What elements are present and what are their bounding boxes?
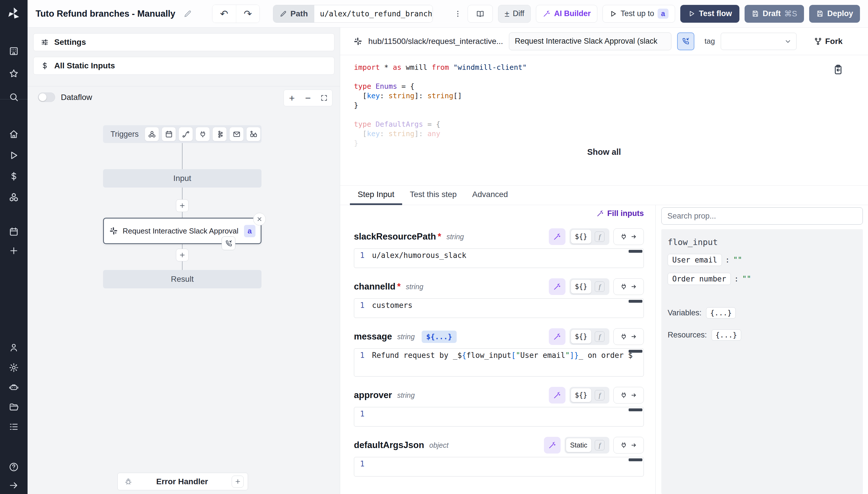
test-up-to-button[interactable]: Test up to a	[603, 5, 675, 23]
insert-step-button[interactable]	[176, 249, 189, 261]
code-input-approver[interactable]: 1	[354, 407, 644, 426]
ai-fill-button[interactable]	[549, 278, 566, 295]
test-flow-button[interactable]: Test flow	[680, 5, 739, 23]
remove-step-button[interactable]	[253, 213, 266, 226]
tab-test-this-step[interactable]: Test this step	[402, 186, 465, 205]
path-value[interactable]: u/alex/tuto_refund_branches_	[314, 5, 433, 22]
schedule-trigger-button[interactable]	[162, 127, 176, 141]
ai-fill-button[interactable]	[549, 387, 566, 403]
editor-scrollbar[interactable]	[629, 458, 643, 461]
kafka-trigger-button[interactable]	[212, 127, 227, 141]
sidebar-item-schedules[interactable]	[0, 227, 27, 237]
suspend-approval-button[interactable]	[677, 33, 694, 50]
code-input-slackResourcePath[interactable]: 1u/alex/humorous_slack	[354, 248, 644, 268]
windmill-logo[interactable]	[0, 0, 27, 27]
triggers-node[interactable]: Triggers	[103, 125, 261, 143]
zoom-out-button[interactable]: −	[300, 90, 316, 106]
function-mode-button[interactable]: f	[595, 390, 605, 400]
fork-button[interactable]: Fork	[814, 37, 843, 46]
add-error-handler-button[interactable]	[232, 476, 244, 488]
sidebar-item-collapse[interactable]	[0, 480, 27, 491]
code-input-message[interactable]: 1Refund request by _${flow_input["User e…	[354, 348, 644, 377]
sidebar-item-user[interactable]	[0, 342, 27, 353]
sidebar-item-home[interactable]	[0, 129, 27, 139]
editor-scrollbar[interactable]	[629, 300, 643, 303]
http-route-trigger-button[interactable]	[179, 127, 193, 141]
path-field[interactable]: Path u/alex/tuto_refund_branches_	[273, 5, 433, 23]
redo-button[interactable]: ↷	[236, 5, 259, 23]
fill-inputs-button[interactable]: Fill inputs	[596, 209, 644, 218]
all-static-inputs-button[interactable]: All Static Inputs	[33, 57, 334, 75]
result-node[interactable]: Result	[103, 270, 261, 288]
dataflow-toggle[interactable]	[38, 93, 55, 102]
ai-builder-button[interactable]: AI Builder	[536, 5, 597, 23]
function-mode-button[interactable]: f	[595, 331, 605, 342]
webhook-trigger-button[interactable]	[145, 127, 159, 141]
undo-button[interactable]: ↶	[212, 5, 236, 23]
websocket-trigger-button[interactable]	[196, 127, 210, 141]
edit-title-icon[interactable]	[183, 10, 192, 18]
diff-button[interactable]: ± Diff	[498, 5, 531, 23]
connect-input-button[interactable]	[613, 328, 644, 345]
code-editor[interactable]: import * as wmill from "windmill-client"…	[340, 55, 868, 147]
connect-input-button[interactable]	[613, 228, 644, 245]
sidebar-item-favorites[interactable]	[0, 68, 27, 79]
ai-fill-button[interactable]	[549, 228, 566, 245]
template-mode-button[interactable]: ${}	[571, 230, 591, 244]
connect-input-button[interactable]	[613, 387, 644, 403]
hub-script-path[interactable]: hub/11500/slack/request_interactive...	[368, 37, 503, 46]
fit-view-button[interactable]	[316, 90, 332, 106]
function-mode-button[interactable]: f	[595, 440, 605, 450]
sidebar-item-variables[interactable]	[0, 171, 27, 182]
zoom-in-button[interactable]: +	[284, 90, 300, 106]
draft-button[interactable]: Draft ⌘S	[745, 5, 804, 23]
sidebar-item-settings[interactable]	[0, 362, 27, 373]
function-mode-button[interactable]: f	[595, 282, 605, 292]
static-mode-button[interactable]: Static	[566, 438, 591, 452]
editor-scrollbar[interactable]	[629, 250, 643, 253]
insert-step-button[interactable]	[176, 199, 189, 212]
input-node[interactable]: Input	[103, 169, 261, 188]
sidebar-item-resources[interactable]	[0, 192, 27, 203]
code-input-channelId[interactable]: 1customers	[354, 299, 644, 318]
search-prop-input[interactable]	[661, 207, 863, 225]
template-mode-button[interactable]: ${}	[571, 330, 591, 343]
sidebar-item-search[interactable]	[0, 92, 27, 102]
editor-scrollbar[interactable]	[629, 408, 643, 411]
connect-input-button[interactable]	[613, 278, 644, 295]
more-options-button[interactable]	[453, 6, 462, 21]
tag-select[interactable]	[721, 33, 796, 50]
show-all-button[interactable]: Show all	[340, 147, 868, 157]
prop-extra-pill[interactable]: {...}	[712, 329, 741, 341]
slack-approval-step-node[interactable]: Request Interactive Slack Approval (... …	[103, 218, 261, 244]
tab-step-input[interactable]: Step Input	[350, 186, 402, 205]
sidebar-item-help[interactable]	[0, 462, 27, 472]
step-name-input[interactable]	[509, 33, 671, 50]
editor-scrollbar[interactable]	[629, 350, 643, 353]
ai-fill-button[interactable]	[549, 328, 566, 345]
flow-settings-button[interactable]: Settings	[33, 33, 334, 51]
prop-extra-pill[interactable]: {...}	[706, 307, 736, 319]
sidebar-item-add[interactable]	[0, 246, 27, 256]
sidebar-item-workers[interactable]	[0, 382, 27, 393]
deploy-button[interactable]: Deploy	[809, 5, 860, 23]
error-handler-node[interactable]: Error Handler	[117, 473, 248, 490]
email-trigger-button[interactable]	[229, 127, 244, 141]
ai-fill-button[interactable]	[544, 437, 560, 454]
prop-key-pill[interactable]: User email	[668, 254, 722, 266]
sidebar-item-runs[interactable]	[0, 150, 27, 160]
prop-key-pill[interactable]: Order number	[668, 273, 731, 285]
scheduled-poll-trigger-button[interactable]	[246, 127, 261, 141]
sidebar-item-workspace[interactable]	[0, 46, 27, 56]
sidebar-item-logs[interactable]	[0, 422, 27, 432]
docs-button[interactable]	[468, 5, 493, 23]
fit-icon	[320, 94, 328, 102]
paste-icon[interactable]	[832, 64, 844, 75]
sidebar-item-folders[interactable]	[0, 402, 27, 412]
template-mode-button[interactable]: ${}	[571, 388, 591, 402]
connect-input-button[interactable]	[613, 437, 644, 454]
function-mode-button[interactable]: f	[595, 231, 605, 242]
code-input-defaultArgsJson[interactable]: 1	[354, 457, 644, 476]
template-mode-button[interactable]: ${}	[571, 280, 591, 293]
tab-advanced[interactable]: Advanced	[465, 186, 516, 205]
